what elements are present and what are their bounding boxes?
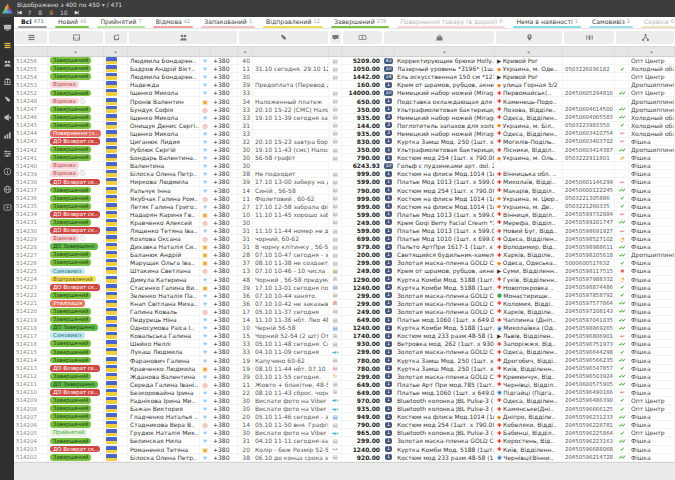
tab-0[interactable]: Всі471 xyxy=(14,17,51,28)
sidebar-sliders-icon[interactable] xyxy=(3,149,12,158)
order-row[interactable]: 514213 ДО Возврат ск.. Кравченко Людмила… xyxy=(14,365,675,373)
order-row[interactable]: 514239 Відмоваⓘ Білоска Олена Петр.. ✳ +… xyxy=(14,170,675,178)
order-row[interactable]: 514230 ДО Возврат ск.. Лященко Тетяна Ів… xyxy=(14,227,675,235)
order-row[interactable]: 514218 ДО Завершено Односумова Раіса І..… xyxy=(14,324,675,332)
order-row[interactable]: 514214 Завершений Фаранович Галина ✳ +38… xyxy=(14,356,675,364)
order-row[interactable]: 514215 Завершений Лукаш Людмила ✳ +380 3… xyxy=(14,348,675,356)
tab-6[interactable]: Завершений278 xyxy=(327,17,393,28)
sidebar-globe-icon[interactable] xyxy=(3,185,12,194)
order-row[interactable]: 514254 Завершений Людмила Бондарен.. ✳ +… xyxy=(14,73,675,81)
column-header-barcode-icon[interactable] xyxy=(564,31,614,44)
tab-1[interactable]: Новий48 xyxy=(51,17,94,28)
tab-8[interactable]: Нема в наявності1 xyxy=(509,17,584,28)
order-row[interactable]: 514223 ДО Возврат ск.. Стасенко Галина В… xyxy=(14,284,675,292)
column-filter[interactable] xyxy=(211,47,238,56)
order-row[interactable]: 514247 Завершений Бундук Софія ◎ +380 33… xyxy=(14,106,675,114)
sidebar-megaphone-icon[interactable] xyxy=(3,113,12,122)
order-row[interactable]: 514202 Завершений Білоска Олена Петр.. ✳… xyxy=(14,454,675,462)
order-row[interactable]: 514207 Завершений Гладченко Наталья .. ✳… xyxy=(14,413,675,421)
page-number[interactable]: 7 xyxy=(28,9,32,16)
order-row[interactable]: 514224 Відправлений Димула Катерина ✳ +3… xyxy=(14,276,675,284)
column-filter[interactable] xyxy=(563,47,615,56)
order-row[interactable]: 514216 Завершений Шейко Неллі ✳ +380 33 … xyxy=(14,340,675,348)
chevron-down-icon[interactable]: ▾ xyxy=(102,1,105,8)
sidebar-info-icon[interactable] xyxy=(3,167,12,176)
order-row[interactable]: 514227 Завершений Баланюк Андрій ▣ +380 … xyxy=(14,251,675,259)
order-row[interactable]: 514248 Відмоваⓘ Пронів Валентин ▣ +380 3… xyxy=(14,97,675,105)
order-row[interactable]: 514210 ДО Возврат ск.. Безкоровайна Ірин… xyxy=(14,389,675,397)
column-filter[interactable] xyxy=(383,47,395,56)
column-header-tray-icon[interactable] xyxy=(49,31,103,44)
tab-4[interactable]: Запакований1 xyxy=(197,17,259,28)
column-header-refresh-icon[interactable] xyxy=(105,31,127,44)
column-filter[interactable]: ▾ xyxy=(629,47,675,56)
order-row[interactable]: 514212 Завершений Жданова Валентина ✳ +3… xyxy=(14,373,675,381)
order-row[interactable]: 514225 Самовивіз Штакина Светлана ◎ +380… xyxy=(14,267,675,275)
order-row[interactable]: 514237 Завершений Ральчук Інна ✳ +380 14… xyxy=(14,187,675,195)
order-row[interactable]: 514244 Повернення (з.. Іщенко Микола ✳ +… xyxy=(14,130,675,138)
order-row[interactable]: 514226 Завершений Марущак Ольга Іва.. ▣ … xyxy=(14,259,675,267)
order-row[interactable]: 514253 Відмова Надежда ✳ +380 39 Предопл… xyxy=(14,81,675,89)
sidebar-phone-icon[interactable] xyxy=(3,95,12,104)
page-number[interactable]: 9 xyxy=(49,9,53,16)
column-header-location-icon[interactable] xyxy=(496,31,562,44)
tab-3[interactable]: Відмова42 xyxy=(149,17,198,28)
column-header-money-icon[interactable] xyxy=(343,31,382,44)
tab-2[interactable]: Прийнятий7 xyxy=(93,17,148,28)
sidebar-chart-icon[interactable] xyxy=(3,131,12,140)
order-row[interactable]: 514205 Прийнятий Грудюк Наталія Мик.. ✳ … xyxy=(14,429,675,437)
order-row[interactable]: 514221 Утилізація Кнап Світлана Миха.. ✳… xyxy=(14,300,675,308)
column-header-network-icon[interactable] xyxy=(616,31,674,44)
app-logo-icon[interactable] xyxy=(2,4,13,14)
order-row[interactable]: 514242 Завершений Рублюк Сергій ✳ +380 3… xyxy=(14,146,675,154)
order-row[interactable]: 514243 ДО Возврат ск.. Циганюк Лидия ✳ +… xyxy=(14,138,675,146)
order-row[interactable]: 514217 Самовивіз Ковальська Галина ✳ +38… xyxy=(14,332,675,340)
tab-5[interactable]: Відправлений12 xyxy=(259,17,327,28)
order-row[interactable]: 514211 ДО Завершено Середа Галина Івані.… xyxy=(14,381,675,389)
order-row[interactable]: 514256 Завершений Людмила Бондарен.. ✳ +… xyxy=(14,57,675,65)
column-filter[interactable] xyxy=(342,47,383,56)
column-filter[interactable]: ▾ xyxy=(495,47,563,56)
order-row[interactable]: 514219 Завершений Педурець Ніна ✳ +380 1… xyxy=(14,316,675,324)
column-header-chat-icon[interactable] xyxy=(330,31,341,44)
order-row[interactable]: 514245 Завершений Онищук Денис Сергі.. ◎… xyxy=(14,122,675,130)
order-row[interactable]: 514206 Завершений Стадникова Вера В.. ◎ … xyxy=(14,421,675,429)
order-row[interactable]: 514238 ДО Возврат ск.. Ниркова Людмила ✳… xyxy=(14,178,675,186)
column-header-list-icon[interactable] xyxy=(15,31,47,44)
order-row[interactable]: 514236 Завершений Якубчак Галина Ром.. ◎… xyxy=(14,195,675,203)
order-row[interactable]: 514209 Завершений Раднікова Ірина Ми.. ✳… xyxy=(14,397,675,405)
order-row[interactable]: 514220 Завершений Галина Коваль ◎ +380 1… xyxy=(14,308,675,316)
column-filter[interactable] xyxy=(128,47,200,56)
order-row[interactable]: 514204 Завершений Белинская Нила ✳ +380 … xyxy=(14,437,675,445)
first-page-button[interactable]: |◀ xyxy=(17,9,21,16)
column-filter[interactable] xyxy=(329,47,342,56)
order-row[interactable]: 514222 Завершений Зеленко Наталія Па.. ✳… xyxy=(14,292,675,300)
order-row[interactable]: 514228 ДО Завершено Дихавка Наталія Си..… xyxy=(14,243,675,251)
sidebar-video-icon[interactable] xyxy=(3,203,12,212)
column-filter[interactable]: ▾ xyxy=(104,47,128,56)
order-row[interactable]: 514208 Завершений Бажан Виктория ✳ +380 … xyxy=(14,405,675,413)
order-row[interactable]: 514229 Відмоваⓘ Козлова Оксана ◎ +380 31… xyxy=(14,235,675,243)
order-row[interactable]: 514246 Завершений Іщенко Микола ✳ +380 3… xyxy=(14,114,675,122)
sidebar-orders-icon[interactable] xyxy=(3,41,12,50)
column-header-phone-icon[interactable] xyxy=(239,31,328,44)
tab-7[interactable]: Повернення товару (в дорозі)0 xyxy=(393,17,509,28)
column-header-products-icon[interactable] xyxy=(384,31,494,44)
order-row[interactable]: 514203 ДО Возврат ск.. Романенко Тетяна … xyxy=(14,446,675,454)
order-row[interactable]: 514231 Завершений Кравченко Алексей ◎ +3… xyxy=(14,219,675,227)
column-filter[interactable] xyxy=(14,47,48,56)
order-row[interactable]: 514252 Завершений Іщенко Микола ✳ +380 3… xyxy=(14,89,675,97)
sidebar-bank-icon[interactable] xyxy=(3,77,12,86)
order-row[interactable]: 514240 Відмова Валентина ✳ +380 30 6243.… xyxy=(14,162,675,170)
order-row[interactable]: 514241 Завершений Бондарь Валентина.. ✳ … xyxy=(14,154,675,162)
column-filter[interactable]: ▾ xyxy=(48,47,104,56)
order-row[interactable]: 514255 Завершений Бадров Андрій Вікт.. ✳… xyxy=(14,65,675,73)
column-filter[interactable]: ▾ xyxy=(395,47,495,56)
page-number[interactable]: 8 xyxy=(38,9,42,16)
column-header-customers-icon[interactable] xyxy=(129,31,237,44)
tab-10[interactable]: Сервіси0 xyxy=(637,17,675,28)
tab-9[interactable]: Самовивіз2 xyxy=(585,17,637,28)
order-row[interactable]: 514235 Завершений Летяк Галина Григо.. ✳… xyxy=(14,203,675,211)
column-filter[interactable]: ▾ xyxy=(238,47,253,56)
column-filter[interactable] xyxy=(615,47,629,56)
